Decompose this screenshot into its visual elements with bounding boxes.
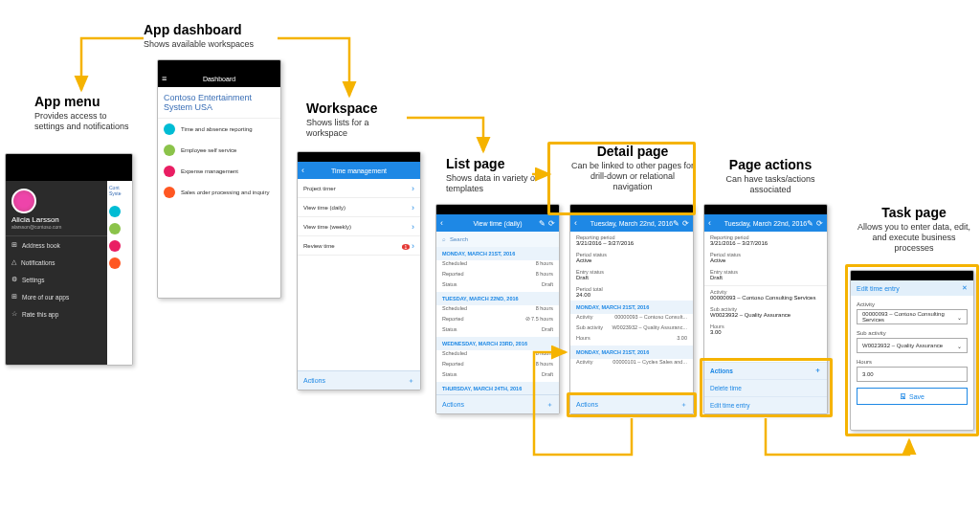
- flow-arrows: [0, 0, 980, 513]
